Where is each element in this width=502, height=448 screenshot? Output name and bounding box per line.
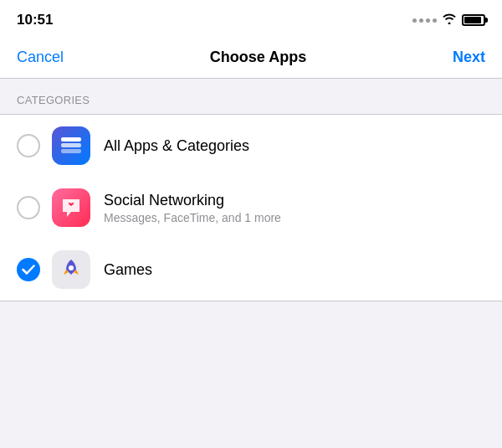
svg-rect-0: [61, 149, 81, 153]
all-apps-icon: [52, 126, 90, 165]
games-text: Games: [104, 261, 485, 279]
radio-all-apps[interactable]: [17, 134, 40, 157]
svg-rect-1: [61, 143, 81, 147]
social-networking-icon: [52, 188, 90, 227]
page-title: Choose Apps: [210, 49, 306, 66]
cancel-button[interactable]: Cancel: [17, 49, 64, 66]
categories-list: All Apps & Categories Social Networking …: [0, 114, 502, 301]
social-networking-title: Social Networking: [104, 192, 485, 209]
games-icon: [52, 250, 90, 289]
list-item[interactable]: Games: [0, 239, 502, 301]
social-networking-subtitle: Messages, FaceTime, and 1 more: [104, 211, 485, 224]
next-button[interactable]: Next: [453, 49, 485, 66]
nav-bar: Cancel Choose Apps Next: [0, 37, 502, 79]
signal-dots-icon: [412, 18, 437, 23]
list-item[interactable]: Social Networking Messages, FaceTime, an…: [0, 177, 502, 239]
games-title: Games: [104, 261, 485, 279]
radio-social[interactable]: [17, 196, 40, 219]
categories-section-header: CATEGORIES: [0, 79, 502, 114]
status-time: 10:51: [17, 12, 53, 28]
all-apps-title: All Apps & Categories: [104, 137, 485, 155]
list-item[interactable]: All Apps & Categories: [0, 115, 502, 177]
all-apps-text: All Apps & Categories: [104, 137, 485, 155]
social-networking-text: Social Networking Messages, FaceTime, an…: [104, 192, 485, 224]
status-icons: [412, 13, 485, 28]
wifi-icon: [442, 13, 457, 28]
battery-icon: [462, 14, 485, 26]
svg-point-3: [69, 265, 74, 270]
status-bar: 10:51: [0, 0, 502, 37]
svg-rect-2: [61, 137, 81, 142]
section-header-label: CATEGORIES: [17, 94, 90, 106]
check-games[interactable]: [17, 258, 40, 281]
